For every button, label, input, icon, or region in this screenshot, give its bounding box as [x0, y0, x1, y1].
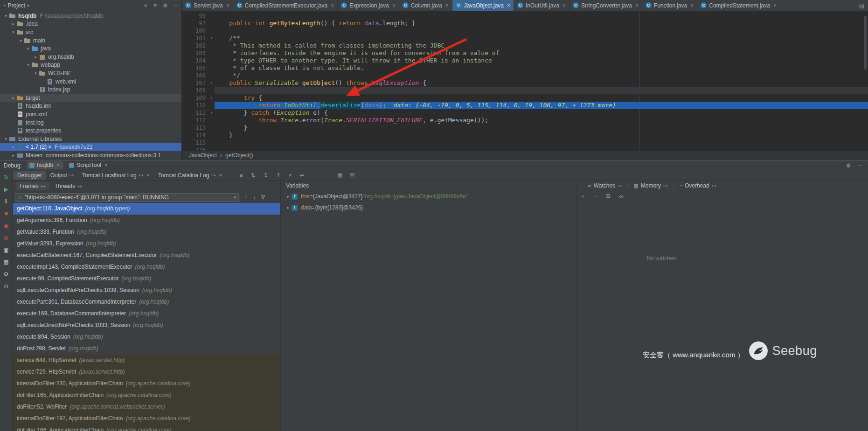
view-breakpoints-icon[interactable]: ◉	[0, 221, 12, 231]
stack-frame[interactable]: executeImpl:143, CompiledStatementExecut…	[13, 261, 280, 273]
hide-panel-icon[interactable]: ─	[857, 162, 861, 169]
chevron-down-icon[interactable]: ▾	[33, 71, 39, 76]
editor-tab-expression[interactable]: CExpression.java×	[338, 0, 399, 11]
breadcrumb-class[interactable]: JavaObject	[189, 152, 217, 159]
close-icon[interactable]: ×	[226, 2, 229, 9]
stack-frame[interactable]: executeCallStatement:167, CompiledStatem…	[13, 250, 280, 261]
stack-frame[interactable]: getValue:333, Function(org.hsqldb)	[13, 226, 280, 238]
chevron-down-icon[interactable]: ▾	[18, 38, 24, 43]
scroll-up-icon[interactable]: ↥	[276, 172, 281, 179]
stack-frame[interactable]: getValue:3293, Expression(org.hsqldb)	[13, 238, 280, 250]
glasses-icon[interactable]: ∞	[619, 193, 623, 200]
chevron-down-icon[interactable]: ▾	[27, 3, 29, 8]
variable-row-this[interactable]: ▸ f this = {JavaObject@3427} "org.hsqldb…	[281, 191, 576, 202]
scroll-down-icon[interactable]: ↧	[264, 172, 268, 179]
stack-frame-library[interactable]: doFilter:52, WsFilter(org.apache.tomcat.…	[13, 401, 280, 413]
thread-selector[interactable]: ✓ "http-nio-8080-exec-4"@3,071 in group …	[15, 193, 239, 202]
chevron-down-icon[interactable]: ▾	[3, 14, 9, 18]
stack-frame[interactable]: execute:169, DatabaseCommandInterpreter(…	[13, 308, 280, 320]
tree-item-target[interactable]: ▸target	[0, 94, 181, 102]
menu-icon[interactable]: ≡	[240, 172, 243, 179]
close-icon[interactable]: ×	[507, 2, 510, 9]
rerun-icon[interactable]: ↻	[0, 173, 12, 182]
chevron-right-icon[interactable]: ▸	[33, 55, 39, 59]
fold-marker[interactable]: ▾	[210, 96, 213, 100]
tree-item-web-inf[interactable]: ▾WEB-INF	[0, 69, 181, 77]
table-icon[interactable]: ▤	[349, 172, 354, 179]
filter-icon[interactable]: ∇	[261, 194, 265, 201]
editor-tab-compiledstatementexecutor[interactable]: CCompiledStatementExecutor.java×	[233, 0, 338, 11]
tree-item-hsqldb-iml[interactable]: hsqldb.iml	[0, 102, 181, 111]
pin-icon[interactable]: ⊙	[0, 282, 12, 292]
tree-item-main[interactable]: ▾main	[0, 36, 181, 45]
tree-item-java[interactable]: ▾java	[0, 44, 181, 53]
editor-tab-inoututil[interactable]: CInOutUtil.java×	[514, 0, 569, 11]
tab-threads[interactable]: Threads↦	[51, 182, 85, 190]
close-icon[interactable]: ×	[219, 172, 222, 179]
console-tab-tomcat-localhost-log[interactable]: Tomcat Localhost Log↦×	[78, 171, 154, 180]
editor-tab-function[interactable]: CFunction.java×	[642, 0, 697, 11]
close-icon[interactable]: ×	[146, 172, 150, 179]
menu-icon[interactable]: ≡	[153, 2, 157, 9]
overhead-toggle[interactable]: ◔ Overhead ↦	[674, 182, 722, 189]
stack-frame-library[interactable]: doFilter:166, ApplicationFilterChain(org…	[13, 424, 280, 431]
tree-item-jdk-17[interactable]: ▸< 1.7 (2) >F:\java\jdk7u21	[0, 143, 181, 152]
tree-item-index-jsp[interactable]: index.jsp	[0, 85, 181, 94]
console-tab-tomcat-catalina-log[interactable]: Tomcat Catalina Log↦×	[154, 171, 227, 180]
fold-marker[interactable]: ▾	[210, 36, 213, 40]
chevron-down-icon[interactable]: ▾	[25, 46, 31, 51]
chevron-right-icon[interactable]: ▸	[10, 96, 16, 100]
chevron-right-icon[interactable]: ▸	[10, 153, 16, 158]
close-icon[interactable]: ×	[56, 162, 60, 168]
tree-item-org-hsqldb[interactable]: ▸org.hsqldb	[0, 53, 181, 61]
stack-frame[interactable]: sqlExecuteCompiledNoPreChecks:1039, Sess…	[13, 285, 280, 296]
debug-session-tab-scripttool[interactable]: ScriptTool ×	[66, 161, 111, 169]
tree-item-external-libraries[interactable]: ▾External Libraries	[0, 135, 181, 143]
tree-item-test-log[interactable]: test.log	[0, 118, 181, 127]
stack-frame[interactable]: sqlExecuteDirectNoPreChecks:1033, Sessio…	[13, 320, 280, 331]
tree-item-src[interactable]: ▾src	[0, 28, 181, 36]
close-icon[interactable]: ×	[773, 2, 777, 9]
down-icon[interactable]: ↓	[253, 194, 256, 201]
stop-icon[interactable]: ■	[0, 209, 12, 219]
tree-item-pom-xml[interactable]: pom.xml	[0, 110, 181, 118]
chevron-right-icon[interactable]: ▸	[285, 205, 292, 210]
chevron-down-icon[interactable]: ▾	[234, 195, 236, 200]
settings-icon[interactable]: ⚙	[0, 270, 12, 279]
mute-breakpoints-icon[interactable]: ⊘	[0, 233, 12, 243]
editor-scrollbar[interactable]	[864, 16, 867, 70]
close-icon[interactable]: ×	[690, 2, 694, 9]
chevron-down-icon[interactable]: ▾	[25, 63, 31, 67]
close-icon[interactable]: ×	[445, 2, 449, 9]
chevron-down-icon[interactable]: ▾	[10, 30, 16, 35]
close-icon[interactable]: ×	[331, 2, 334, 9]
debug-session-tab-hsqldb[interactable]: hsqldb ×	[27, 161, 63, 169]
project-panel-title[interactable]: Project	[8, 2, 25, 9]
stack-frame[interactable]: getArguments:396, Function(org.hsqldb)	[13, 215, 280, 226]
stack-frame[interactable]: doPost:298, Servlet(org.hsqldb)	[13, 343, 280, 355]
fold-marker[interactable]: ▾	[210, 81, 213, 85]
watches-toggle[interactable]: ∞ Watches ↦	[582, 182, 628, 189]
fold-marker[interactable]: ▾	[210, 111, 213, 115]
chevron-right-icon[interactable]: ▸	[10, 145, 16, 149]
editor-tab-stringconverter[interactable]: CStringConverter.java×	[569, 0, 642, 11]
tree-item-idea[interactable]: ▸.idea	[0, 20, 181, 28]
console-tab-debugger[interactable]: Debugger	[13, 171, 46, 180]
grid-icon[interactable]: ▦	[337, 172, 342, 179]
chevron-right-icon[interactable]: ▸	[10, 21, 16, 26]
settings-icon[interactable]: ⚙	[846, 162, 851, 169]
up-icon[interactable]: ↑	[244, 194, 247, 201]
close-icon[interactable]: ×	[635, 2, 639, 9]
sort-icon[interactable]: ⇅	[251, 172, 256, 179]
memory-toggle[interactable]: ▦ Memory ↦	[628, 182, 674, 189]
tree-item-maven-commons-collections[interactable]: ▸Maven: commons-collections:commons-coll…	[0, 151, 181, 160]
stack-frame[interactable]: execute:99, CompiledStatementExecutor(or…	[13, 273, 280, 285]
close-icon[interactable]: ×	[392, 2, 396, 9]
tree-item-web-xml[interactable]: web.xml	[0, 77, 181, 86]
stack-frame-library[interactable]: internalDoFilter:230, ApplicationFilterC…	[13, 378, 280, 389]
resume-icon[interactable]: ▶	[0, 185, 12, 195]
restore-layout-icon[interactable]: ▦	[0, 257, 12, 267]
settings-icon[interactable]: ⚙	[163, 2, 168, 9]
add-watch-icon[interactable]: +	[581, 193, 585, 200]
tree-item-webapp[interactable]: ▾webapp	[0, 61, 181, 70]
